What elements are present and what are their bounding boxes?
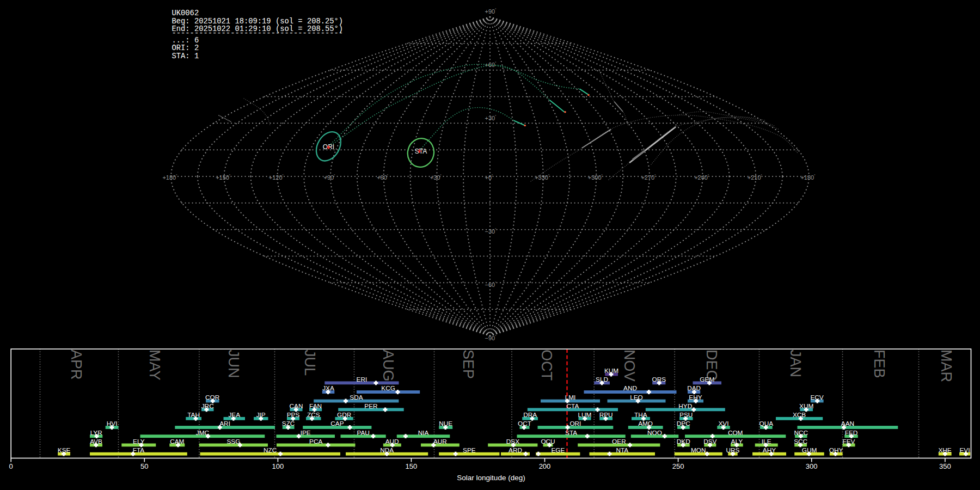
svg-text:JRC: JRC xyxy=(201,402,214,410)
svg-text:EVI: EVI xyxy=(959,446,970,454)
svg-text:PER: PER xyxy=(364,402,377,410)
svg-text:NIA: NIA xyxy=(418,429,429,437)
svg-text:CAM: CAM xyxy=(170,438,184,445)
svg-text:AND: AND xyxy=(623,384,637,392)
svg-text:XHE: XHE xyxy=(938,446,951,454)
svg-text:ILE: ILE xyxy=(762,438,771,445)
svg-text:DKD: DKD xyxy=(677,438,690,445)
svg-text:KSE: KSE xyxy=(58,446,71,454)
svg-text:PAU: PAU xyxy=(357,429,369,437)
svg-text:JAN: JAN xyxy=(787,350,804,377)
svg-text:OCU: OCU xyxy=(541,438,555,445)
svg-text:URS: URS xyxy=(726,446,740,454)
svg-text:FEV: FEV xyxy=(843,438,855,445)
svg-text:DSV: DSV xyxy=(703,438,716,445)
svg-text:DPC: DPC xyxy=(677,420,690,427)
svg-text:QHY: QHY xyxy=(829,446,843,454)
svg-text:NUE: NUE xyxy=(439,420,452,427)
svg-text:JMC: JMC xyxy=(196,429,210,437)
svg-text:JIP: JIP xyxy=(256,411,266,419)
svg-text:GUM: GUM xyxy=(802,446,817,454)
svg-text:−90˚: −90˚ xyxy=(485,335,496,341)
svg-text:CAN: CAN xyxy=(290,402,303,410)
svg-text:SSG: SSG xyxy=(226,438,240,445)
svg-text:UK0062: UK0062 xyxy=(172,9,199,17)
svg-text:FAN: FAN xyxy=(309,402,322,410)
svg-text:AUD: AUD xyxy=(385,438,399,445)
svg-text:MAY: MAY xyxy=(146,350,163,381)
svg-text:...: 6: ...: 6 xyxy=(172,36,199,45)
svg-text:PSU: PSU xyxy=(679,411,693,419)
svg-text:Beg: 20251021 18:09:19 (sol =: Beg: 20251021 18:09:19 (sol = 208.25°) xyxy=(172,17,344,26)
svg-text:STA: STA xyxy=(565,429,577,437)
svg-text:ZCS: ZCS xyxy=(307,411,320,419)
svg-text:+90˚: +90˚ xyxy=(323,174,335,181)
svg-text:+120˚: +120˚ xyxy=(269,174,284,181)
svg-text:PPS: PPS xyxy=(287,411,300,419)
svg-text:SEP: SEP xyxy=(460,350,476,379)
svg-text:CAP: CAP xyxy=(330,420,344,427)
svg-text:DAD: DAD xyxy=(687,384,701,392)
svg-text:150: 150 xyxy=(406,462,418,470)
svg-text:RPU: RPU xyxy=(599,411,613,419)
svg-text:NOO: NOO xyxy=(647,429,662,437)
svg-text:NZC: NZC xyxy=(264,446,277,454)
svg-text:HYD: HYD xyxy=(678,402,692,410)
svg-text:−60˚: −60˚ xyxy=(485,281,496,288)
svg-text:OCT: OCT xyxy=(518,420,531,427)
svg-text:HVI: HVI xyxy=(107,420,118,427)
svg-text:SCC: SCC xyxy=(794,438,807,445)
svg-text:MON: MON xyxy=(691,446,706,454)
svg-text:ARI: ARI xyxy=(219,420,230,427)
svg-text:+90˚: +90˚ xyxy=(485,8,496,15)
svg-text:JXA: JXA xyxy=(322,384,334,392)
svg-text:DRA: DRA xyxy=(523,411,537,419)
svg-text:KUM: KUM xyxy=(604,367,618,375)
svg-text:LYR: LYR xyxy=(90,429,102,437)
svg-text:−30˚: −30˚ xyxy=(485,228,496,235)
svg-text:300: 300 xyxy=(806,462,818,470)
svg-text:JUL: JUL xyxy=(302,350,318,376)
svg-text:ORS: ORS xyxy=(652,376,666,383)
svg-text:FTA: FTA xyxy=(133,446,145,454)
svg-text:AMO: AMO xyxy=(638,420,653,427)
svg-text:250: 250 xyxy=(672,462,684,470)
svg-text:JUN: JUN xyxy=(225,350,242,378)
svg-text:+240˚: +240˚ xyxy=(694,174,709,181)
svg-text:+180˚: +180˚ xyxy=(162,174,177,181)
svg-text:FEB: FEB xyxy=(871,350,887,378)
svg-text:ORI: ORI xyxy=(569,420,581,427)
svg-text:0: 0 xyxy=(9,462,13,470)
svg-text:LEO: LEO xyxy=(630,394,643,401)
svg-text:FED: FED xyxy=(845,429,858,437)
svg-text:AUR: AUR xyxy=(433,438,447,445)
svg-text:Solar longitude (deg): Solar longitude (deg) xyxy=(457,474,525,482)
svg-text:+150˚: +150˚ xyxy=(216,174,230,181)
svg-text:STA: 1: STA: 1 xyxy=(172,52,199,60)
svg-text:NOV: NOV xyxy=(621,350,638,382)
svg-text:SZC: SZC xyxy=(282,420,295,427)
svg-text:IPE: IPE xyxy=(301,429,311,437)
svg-text:AUG: AUG xyxy=(380,350,396,382)
svg-text:PCA: PCA xyxy=(309,438,322,445)
svg-text:TAH: TAH xyxy=(187,411,200,419)
svg-text:100: 100 xyxy=(272,462,284,470)
svg-text:KCG: KCG xyxy=(381,384,395,392)
svg-text:SDA: SDA xyxy=(350,394,363,401)
svg-text:JEA: JEA xyxy=(228,411,240,419)
svg-text:CTA: CTA xyxy=(567,402,579,410)
svg-text:+300˚: +300˚ xyxy=(588,174,603,181)
svg-text:COM: COM xyxy=(728,429,743,437)
svg-text:+30˚: +30˚ xyxy=(485,115,496,121)
svg-text:OER: OER xyxy=(612,438,626,445)
svg-text:+180˚: +180˚ xyxy=(800,174,815,181)
svg-text:AVB: AVB xyxy=(90,438,102,445)
svg-text:50: 50 xyxy=(140,462,148,470)
svg-text:LUM: LUM xyxy=(578,411,592,419)
svg-text:XCB: XCB xyxy=(793,411,806,419)
svg-text:ECV: ECV xyxy=(810,394,823,401)
svg-text:QUA: QUA xyxy=(759,420,774,427)
svg-text:OCT: OCT xyxy=(538,350,555,381)
svg-text:350: 350 xyxy=(939,462,951,470)
svg-text:ARD: ARD xyxy=(509,446,522,454)
